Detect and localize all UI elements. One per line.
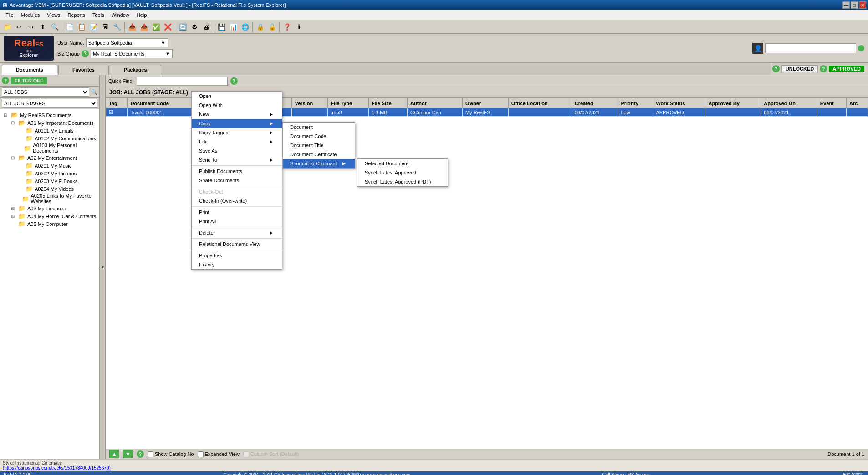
job-search-icon[interactable]: 🔍	[91, 89, 97, 95]
quick-find-help-icon[interactable]: ?	[230, 77, 238, 85]
context-menu-item-properties[interactable]: Properties	[192, 251, 282, 260]
bizgroup-combo[interactable]: My RealFS Documents ▼	[91, 49, 173, 58]
toolbar-btn-24[interactable]: ℹ	[293, 21, 304, 32]
show-catalog-checkbox[interactable]	[148, 451, 153, 457]
context-menu-item-open-with[interactable]: Open With	[192, 101, 282, 110]
table-col-office-location[interactable]: Office Location	[508, 98, 572, 108]
context-menu-item-edit[interactable]: Edit	[192, 137, 282, 146]
table-col-approved-by[interactable]: Approved By	[705, 98, 761, 108]
toolbar-btn-15[interactable]: 🔄	[177, 21, 188, 32]
tree-item[interactable]: ⊞📁A04 My Home, Car & Contents	[2, 212, 97, 220]
context-menu-item-history[interactable]: History	[192, 260, 282, 269]
tree-item[interactable]: ⊟📂A01 My Important Documents	[2, 119, 97, 127]
menu-item-file[interactable]: File	[2, 11, 17, 19]
custom-sort-checkbox[interactable]	[243, 451, 249, 457]
menu-item-reports[interactable]: Reports	[64, 11, 89, 19]
context-menu-item-send-to[interactable]: Send To	[192, 155, 282, 164]
status-help-icon[interactable]: ?	[772, 65, 780, 72]
expanded-view-checkbox[interactable]	[198, 451, 204, 457]
context-menu-item-publish[interactable]: Publish Documents	[192, 167, 282, 176]
tree-item[interactable]: 📁A0202 My Pictures	[2, 169, 97, 177]
context-menu-item-share[interactable]: Share Documents	[192, 176, 282, 185]
username-combo[interactable]: Softpedia Softpedia ▼	[86, 38, 168, 47]
table-col-document-code[interactable]: Document Code	[128, 98, 194, 108]
table-col-file-type[interactable]: File Type	[328, 98, 368, 108]
submenu-shortcut-item-synch-approved[interactable]: Synch Latest Approved	[357, 168, 448, 177]
bizgroup-help-icon[interactable]: ?	[82, 50, 89, 57]
context-menu-item-save-as[interactable]: Save As	[192, 146, 282, 155]
menu-item-help[interactable]: Help	[133, 11, 151, 19]
context-menu-item-checkin[interactable]: Check-In (Over-write)	[192, 196, 282, 205]
toolbar-btn-5[interactable]: 🔍	[49, 21, 60, 32]
menu-item-views[interactable]: Views	[43, 11, 64, 19]
context-menu-item-delete[interactable]: Delete	[192, 228, 282, 237]
tree-item[interactable]: 📁A0205 Links to My Favorite Websites	[2, 193, 97, 204]
table-col-priority[interactable]: Priority	[618, 98, 653, 108]
context-menu-item-copy[interactable]: Copy	[192, 119, 282, 128]
global-search-input[interactable]	[765, 43, 856, 53]
toolbar-btn-9[interactable]: 🖫	[100, 21, 111, 32]
toolbar-btn-16[interactable]: ⚙	[189, 21, 200, 32]
close-button[interactable]: ✕	[859, 1, 866, 9]
tab-packages[interactable]: Packages	[110, 65, 161, 75]
submenu-shortcut-item-sel-document[interactable]: Selected Document	[357, 159, 448, 168]
tree-item[interactable]: ⊞📁A03 My Finances	[2, 204, 97, 212]
nav-help-icon[interactable]: ?	[137, 450, 144, 458]
toolbar-btn-18[interactable]: 💾	[216, 21, 227, 32]
toolbar-btn-19[interactable]: 📊	[228, 21, 239, 32]
context-menu-item-print[interactable]: Print	[192, 208, 282, 217]
table-col-tag[interactable]: Tag	[106, 98, 128, 108]
toolbar-btn-21[interactable]: 🔒	[255, 21, 266, 32]
toolbar-btn-1[interactable]: 📁	[2, 21, 13, 32]
table-col-file-size[interactable]: File Size	[368, 98, 407, 108]
toolbar-btn-8[interactable]: 📝	[88, 21, 99, 32]
maximize-button[interactable]: □	[851, 1, 858, 9]
menu-item-modules[interactable]: Modules	[17, 11, 44, 19]
tree-item[interactable]: ⊟📂A02 My Entertainment	[2, 154, 97, 162]
context-menu-item-new[interactable]: New	[192, 110, 282, 119]
submenu-copy-item-copy-doc-cert[interactable]: Document Certificate	[283, 150, 355, 159]
table-col-version[interactable]: Version	[292, 98, 328, 108]
toolbar-btn-6[interactable]: 📄	[64, 21, 75, 32]
menu-item-tools[interactable]: Tools	[89, 11, 108, 19]
table-col-created[interactable]: Created	[572, 98, 618, 108]
table-col-owner[interactable]: Owner	[462, 98, 508, 108]
filter-help-icon[interactable]: ?	[2, 77, 9, 84]
tree-item[interactable]: 📁A0102 My Communications	[2, 134, 97, 142]
table-col-approved-on[interactable]: Approved On	[761, 98, 817, 108]
toolbar-btn-14[interactable]: ❌	[162, 21, 173, 32]
submenu-copy-item-shortcut-clipboard[interactable]: Shortcut to Clipboard	[283, 159, 355, 168]
table-col-event[interactable]: Event	[817, 98, 846, 108]
stage-combo[interactable]: ALL JOB STAGES	[2, 99, 97, 108]
filter-button[interactable]: FILTER OFF	[11, 77, 47, 84]
context-menu-item-open[interactable]: Open	[192, 92, 282, 101]
toolbar-btn-12[interactable]: 📤	[138, 21, 149, 32]
tree-item[interactable]: 📁A0201 My Music	[2, 162, 97, 169]
tree-item[interactable]: 📁A0203 My E-Books	[2, 177, 97, 185]
approved-help-icon[interactable]: ?	[820, 65, 827, 72]
context-menu-item-print-all[interactable]: Print All	[192, 217, 282, 226]
toolbar-btn-13[interactable]: ✅	[150, 21, 161, 32]
toolbar-btn-23[interactable]: ❓	[281, 21, 292, 32]
tree-item[interactable]: 📁A0101 My Emails	[2, 127, 97, 134]
quick-find-input[interactable]	[137, 77, 228, 86]
toolbar-btn-22[interactable]: 🔓	[266, 21, 277, 32]
toolbar-btn-3[interactable]: ↪	[26, 21, 36, 32]
toolbar-btn-10[interactable]: 🔧	[112, 21, 123, 32]
tab-favorites[interactable]: Favorites	[58, 65, 109, 75]
context-menu-item-copy-tagged[interactable]: Copy Tagged	[192, 128, 282, 137]
menu-item-window[interactable]: Window	[108, 11, 133, 19]
table-col-arc[interactable]: Arc	[847, 98, 868, 108]
tab-documents[interactable]: Documents	[2, 65, 57, 75]
submenu-copy-item-copy-doc-title[interactable]: Document Title	[283, 141, 355, 150]
collapse-handle[interactable]: >	[100, 75, 106, 459]
toolbar-btn-4[interactable]: ⬆	[37, 21, 48, 32]
tree-item[interactable]: ⊟📂My RealFS Documents	[2, 111, 97, 119]
table-col-work-status[interactable]: Work Status	[653, 98, 705, 108]
context-menu-item-rel-docs[interactable]: Relational Documents View	[192, 240, 282, 249]
tree-item[interactable]: 📁A0204 My Videos	[2, 185, 97, 193]
toolbar-btn-7[interactable]: 📋	[76, 21, 87, 32]
table-col-author[interactable]: Author	[408, 98, 463, 108]
toolbar-btn-11[interactable]: 📥	[127, 21, 138, 32]
toolbar-btn-17[interactable]: 🖨	[201, 21, 212, 32]
